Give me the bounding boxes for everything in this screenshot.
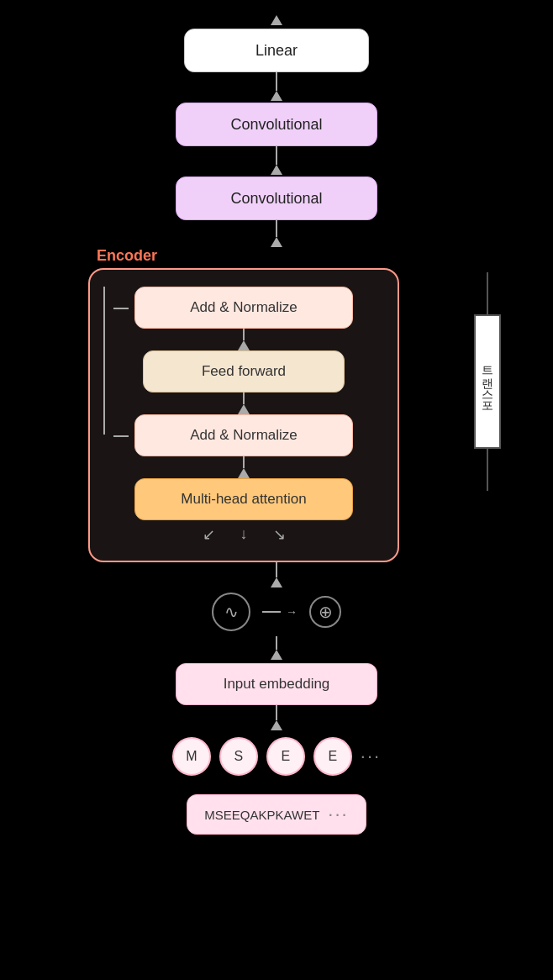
skip-h-mid xyxy=(113,435,129,437)
vline-enc-3 xyxy=(243,456,245,468)
add-norm-top-box: Add & Normalize xyxy=(134,287,353,329)
add-norm-mid-box: Add & Normalize xyxy=(134,414,353,456)
positional-encoding-circle: ∿ xyxy=(212,593,250,631)
token-M: M xyxy=(172,737,211,776)
token-E2: E xyxy=(313,737,352,776)
vline-3 xyxy=(276,220,277,237)
transformer-label: 트랜스포 xyxy=(480,358,495,405)
arrow-enc-1 xyxy=(238,340,250,350)
linear-label: Linear xyxy=(255,42,298,60)
feed-forward-label: Feed forward xyxy=(202,363,286,380)
pos-enc-symbol: ∿ xyxy=(224,602,239,622)
feed-forward-box: Feed forward xyxy=(143,350,345,393)
arrow-tokens xyxy=(271,720,282,730)
multihead-box: Multi-head attention xyxy=(134,478,353,520)
bracket-bottom-line xyxy=(487,449,488,491)
vline-emb-1 xyxy=(276,636,277,650)
vline-tokens xyxy=(276,705,277,720)
token-E2-label: E xyxy=(328,749,337,764)
arrow-enc-2 xyxy=(238,404,250,414)
token-dots: ··· xyxy=(361,746,381,767)
h-arrow-pos xyxy=(262,611,281,613)
skip-h-top xyxy=(113,308,129,309)
conv1-label: Convolutional xyxy=(230,116,322,134)
sequence-dots: ··· xyxy=(328,803,348,825)
arrow-2 xyxy=(271,91,282,101)
multihead-arrows: ↙ ↓ ↘ xyxy=(203,525,286,544)
vline-2 xyxy=(276,146,277,165)
transformer-label-box: 트랜스포 xyxy=(474,314,501,449)
vline-enc-1 xyxy=(243,329,245,340)
vline-1 xyxy=(276,72,277,91)
add-norm-top-label: Add & Normalize xyxy=(190,299,298,316)
token-E1-label: E xyxy=(281,749,290,764)
bracket-top-line xyxy=(487,272,488,314)
arrow-4 xyxy=(271,237,282,247)
encoder-section: Encoder Add & Normalize xyxy=(0,247,553,562)
skip-vline-left xyxy=(103,287,105,435)
add-norm-mid-label: Add & Normalize xyxy=(190,427,298,444)
transformer-bracket: 트랜스포 xyxy=(474,272,501,491)
sequence-box: MSEEQAKPKAWET ··· xyxy=(187,794,366,835)
token-M-label: M xyxy=(186,749,197,764)
vline-enc-2 xyxy=(243,393,245,404)
arrow-emb-1 xyxy=(271,650,282,660)
token-E1: E xyxy=(266,737,305,776)
linear-box: Linear xyxy=(184,29,369,72)
encoder-label: Encoder xyxy=(97,247,157,265)
arrow-enc-3 xyxy=(238,468,250,478)
input-embedding-box: Input embedding xyxy=(176,663,377,705)
conv1-box: Convolutional xyxy=(176,103,377,146)
arrow-enc-out xyxy=(271,577,282,587)
vline-enc-out xyxy=(276,562,277,577)
multihead-label: Multi-head attention xyxy=(181,491,306,508)
conv2-box: Convolutional xyxy=(176,177,377,220)
sequence-text: MSEEQAKPKAWET xyxy=(204,808,319,822)
input-embedding-label: Input embedding xyxy=(224,676,330,693)
arrow-3 xyxy=(271,165,282,175)
encoder-box: Add & Normalize Feed forward xyxy=(88,268,399,562)
conv2-label: Convolutional xyxy=(230,190,322,208)
plus-symbol: ⊕ xyxy=(319,602,333,622)
plus-circle: ⊕ xyxy=(309,596,341,628)
token-S-label: S xyxy=(234,749,243,764)
top-arrow xyxy=(271,15,282,25)
pos-enc-row: ∿ → ⊕ xyxy=(212,593,341,631)
token-circles: M S E E ··· xyxy=(172,737,381,776)
token-S: S xyxy=(219,737,258,776)
diagram: Linear Convolutional Convolutional Encod… xyxy=(0,0,553,835)
